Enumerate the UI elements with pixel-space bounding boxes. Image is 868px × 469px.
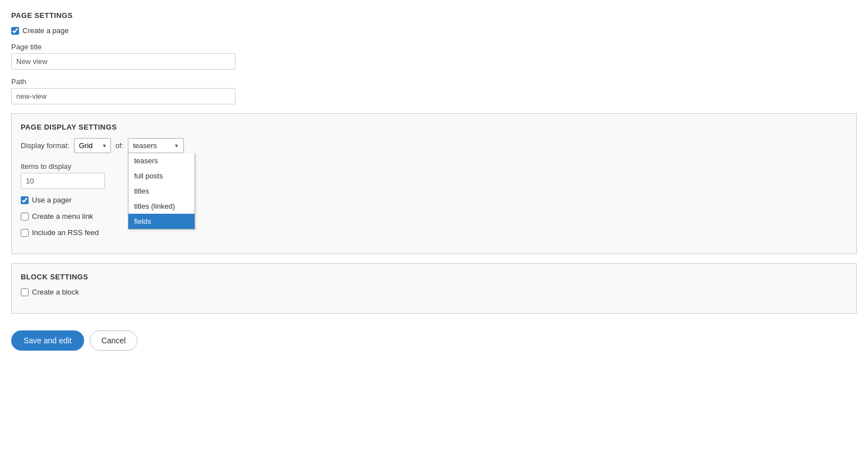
- block-settings-title: BLOCK SETTINGS: [21, 273, 847, 281]
- create-block-row: Create a block: [21, 288, 847, 296]
- page-display-settings-section: PAGE DISPLAY SETTINGS Display format: Gr…: [11, 113, 857, 254]
- dropdown-item-full-posts[interactable]: full posts: [128, 168, 195, 183]
- include-rss-row: Include an RSS feed: [21, 228, 847, 237]
- of-label: of:: [116, 141, 123, 150]
- create-menu-link-label: Create a menu link: [32, 212, 93, 220]
- of-dropdown-menu: teasers full posts titles titles (linked…: [128, 153, 195, 229]
- dropdown-item-titles-linked[interactable]: titles (linked): [128, 199, 195, 214]
- use-pager-checkbox[interactable]: [21, 196, 29, 204]
- use-pager-label: Use a pager: [32, 196, 72, 204]
- page-settings-title: PAGE SETTINGS: [11, 11, 857, 20]
- save-and-edit-button[interactable]: Save and edit: [11, 330, 84, 351]
- display-format-row: Display format: Grid List Table of: teas…: [21, 138, 847, 153]
- create-block-checkbox[interactable]: [21, 288, 29, 296]
- of-dropdown-container[interactable]: teasers ▼ teasers full posts titles titl…: [128, 138, 184, 153]
- items-to-display-input[interactable]: [21, 173, 105, 189]
- create-page-row: Create a page: [11, 26, 857, 35]
- page-title-input[interactable]: [11, 53, 236, 70]
- include-rss-label: Include an RSS feed: [32, 228, 99, 237]
- dropdown-item-titles[interactable]: titles: [128, 183, 195, 199]
- display-format-select[interactable]: Grid List Table: [74, 138, 111, 153]
- display-format-select-wrapper: Grid List Table: [74, 138, 111, 153]
- of-dropdown-value: teasers: [133, 141, 157, 150]
- create-page-checkbox[interactable]: [11, 27, 19, 35]
- create-page-label: Create a page: [22, 26, 68, 35]
- dropdown-item-teasers[interactable]: teasers: [128, 153, 195, 168]
- path-label: Path: [11, 77, 857, 86]
- dropdown-item-fields[interactable]: fields: [128, 214, 195, 229]
- path-input[interactable]: [11, 88, 236, 104]
- create-block-label: Create a block: [32, 288, 79, 296]
- cancel-button[interactable]: Cancel: [90, 330, 138, 351]
- button-row: Save and edit Cancel: [11, 325, 857, 356]
- create-menu-link-checkbox[interactable]: [21, 213, 29, 220]
- page-display-settings-title: PAGE DISPLAY SETTINGS: [21, 123, 847, 131]
- page-title-label: Page title: [11, 43, 857, 51]
- page-settings-section: PAGE SETTINGS Create a page Page title P…: [11, 11, 857, 104]
- of-dropdown-trigger[interactable]: teasers ▼: [128, 138, 184, 153]
- page-wrapper: PAGE SETTINGS Create a page Page title P…: [0, 0, 868, 469]
- chevron-down-icon: ▼: [174, 143, 179, 149]
- include-rss-checkbox[interactable]: [21, 229, 29, 237]
- display-format-label: Display format:: [21, 141, 70, 150]
- block-settings-section: BLOCK SETTINGS Create a block: [11, 263, 857, 314]
